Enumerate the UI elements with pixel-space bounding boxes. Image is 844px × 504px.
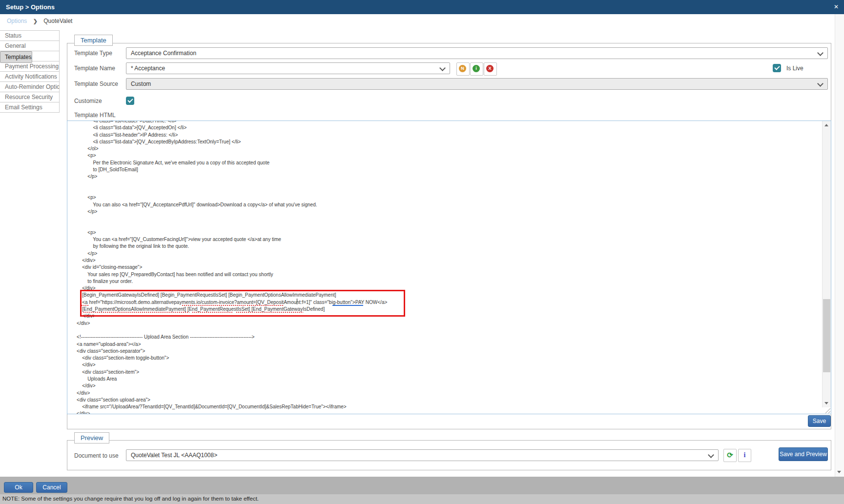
delete-icon: X <box>486 65 494 72</box>
spellcheck-squiggle <box>247 305 284 306</box>
template-name-value: * Acceptance <box>131 65 165 72</box>
note-bar: NOTE: Some of the settings you change re… <box>0 494 844 504</box>
delete-template-button[interactable]: X <box>484 62 497 76</box>
document-to-use-select[interactable]: QuoteValet Test JL <AAAQ1008> <box>126 449 719 461</box>
text-cursor <box>297 299 297 304</box>
chevron-down-icon <box>817 50 823 56</box>
chevron-right-icon: ❯ <box>33 18 38 24</box>
template-html-viewport: <li class="list-header">Date/Time: </li>… <box>67 121 823 414</box>
save-and-preview-button[interactable]: Save and Preview <box>779 447 828 461</box>
note-text: NOTE: Some of the settings you change re… <box>2 496 259 502</box>
template-html-editor[interactable]: <li class="list-header">Date/Time: </li>… <box>67 121 831 414</box>
refresh-icon: ⟳ <box>724 449 736 461</box>
template-type-value: Acceptance Confirmation <box>131 50 196 57</box>
chevron-down-icon <box>817 81 823 87</box>
template-info-button[interactable]: i <box>470 62 483 76</box>
customize-checkbox[interactable] <box>126 97 134 105</box>
title-bar: Setup > Options ✕ <box>0 0 844 14</box>
is-live-checkbox[interactable] <box>773 64 781 72</box>
template-source-value: Custom <box>131 81 151 87</box>
customize-label: Customize <box>74 98 102 104</box>
breadcrumb-options-link[interactable]: Options <box>7 18 27 24</box>
template-source-label: Template Source <box>74 81 118 87</box>
chevron-down-icon <box>708 452 714 458</box>
new-icon: N <box>459 65 466 72</box>
is-live-label: Is Live <box>786 65 803 72</box>
scroll-down-icon[interactable] <box>837 471 841 473</box>
sidebar-item-status[interactable]: Status <box>0 31 59 41</box>
info-icon: i <box>739 449 751 461</box>
scroll-up-icon[interactable] <box>824 124 828 126</box>
document-to-use-value: QuoteValet Test JL <AAAQ1008> <box>131 452 217 459</box>
cancel-button[interactable]: Cancel <box>36 482 67 493</box>
template-name-label: Template Name <box>74 65 115 72</box>
template-source-select[interactable]: Custom <box>126 78 828 90</box>
scroll-down-icon[interactable] <box>824 402 828 404</box>
footer-bar: Ok Cancel <box>0 477 844 494</box>
editor-scrollbar[interactable] <box>822 121 831 407</box>
close-icon[interactable]: ✕ <box>834 3 839 10</box>
template-name-select[interactable]: * Acceptance <box>126 62 450 74</box>
spellcheck-squiggle <box>83 312 189 313</box>
big-button-underline <box>332 305 363 306</box>
spellcheck-squiggle <box>192 312 233 313</box>
sidebar: StatusGeneralTemplatesSite FilesPayment … <box>0 30 60 113</box>
save-button[interactable]: Save <box>808 415 831 427</box>
page-scrollbar[interactable] <box>835 14 844 477</box>
sidebar-item-general[interactable]: General <box>0 41 59 51</box>
ok-button[interactable]: Ok <box>4 482 33 493</box>
template-type-select[interactable]: Acceptance Confirmation <box>126 47 828 59</box>
sidebar-item-templates[interactable]: Templates <box>0 51 32 63</box>
sidebar-item-email-settings[interactable]: Email Settings <box>0 102 59 113</box>
sidebar-item-auto-reminder-options[interactable]: Auto-Reminder Options <box>0 82 59 92</box>
template-type-label: Template Type <box>74 50 112 57</box>
spellcheck-squiggle <box>82 305 88 306</box>
refresh-documents-button[interactable]: ⟳ <box>723 449 737 462</box>
chevron-down-icon <box>439 65 446 71</box>
resize-handle-icon[interactable] <box>824 407 830 413</box>
spellcheck-squiggle <box>236 312 303 313</box>
sidebar-item-payment-processing[interactable]: Payment Processing <box>0 61 59 72</box>
editor-scrollbar-thumb[interactable] <box>823 299 830 372</box>
new-template-button[interactable]: N <box>456 62 470 76</box>
breadcrumb-current: QuoteValet <box>43 18 72 24</box>
document-to-use-label: Document to use <box>74 452 119 459</box>
breadcrumb: Options ❯ QuoteValet <box>7 18 72 24</box>
sidebar-item-activity-notifications[interactable]: Activity Notifications <box>0 72 59 82</box>
page-title: Setup > Options <box>6 3 55 11</box>
setup-options-window: Setup > Options ✕ Options ❯ QuoteValet S… <box>0 0 844 504</box>
preview-legend: Preview <box>74 432 109 444</box>
template-legend: Template <box>74 35 113 46</box>
template-html-code: <li class="list-header">Date/Time: </li>… <box>67 121 823 414</box>
template-html-label: Template HTML <box>74 112 116 119</box>
document-info-button[interactable]: i <box>738 449 751 462</box>
sidebar-item-resource-security[interactable]: Resource Security <box>0 92 59 102</box>
spellcheck-squiggle <box>182 305 246 306</box>
info-icon: i <box>473 65 480 72</box>
